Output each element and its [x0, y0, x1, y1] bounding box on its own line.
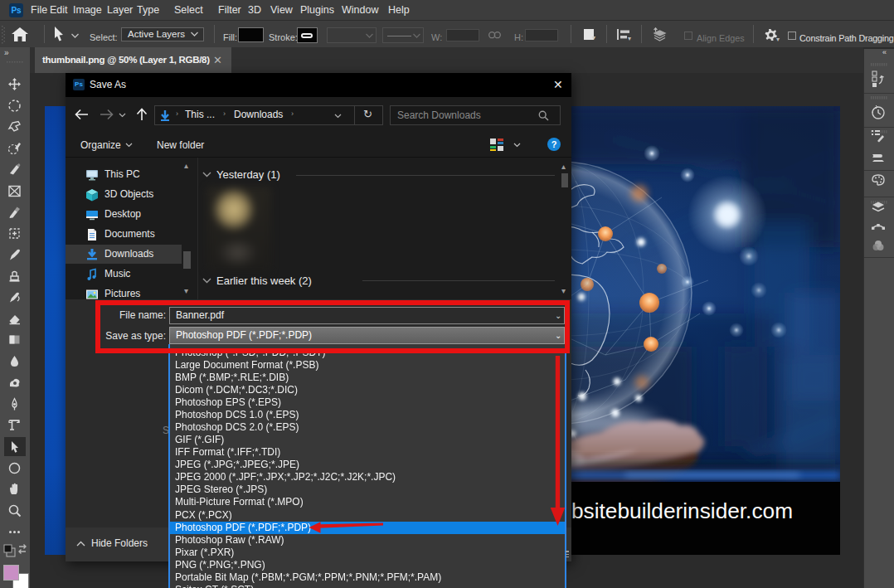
- svg-text:bsitebuilderinsider.com: bsitebuilderinsider.com: [571, 498, 793, 523]
